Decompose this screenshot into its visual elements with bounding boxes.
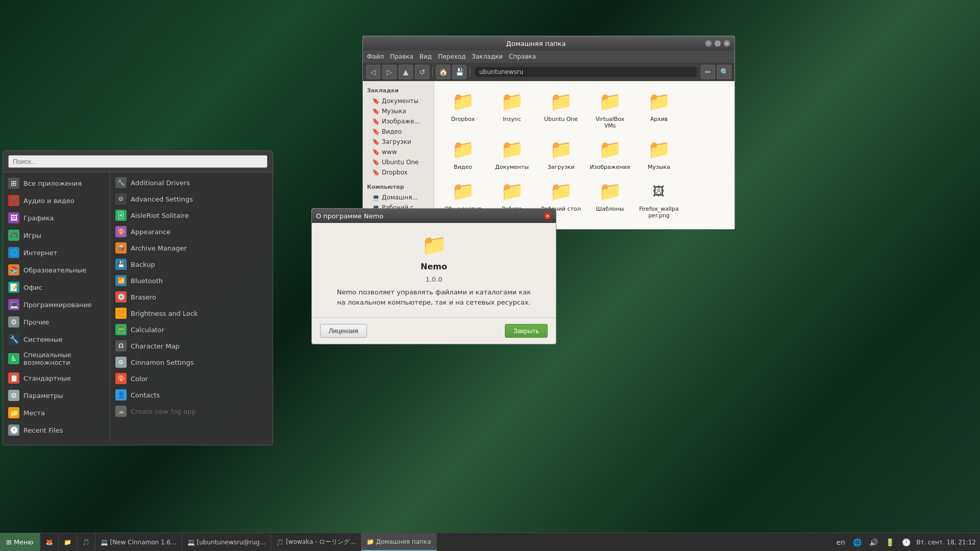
menu-cat-programming[interactable]: 💻 Программирование xyxy=(3,296,110,313)
app-advanced-settings[interactable]: ⚙ Advanced Settings xyxy=(110,191,273,207)
sidebar-video[interactable]: 🔖Видео xyxy=(363,127,434,137)
file-images[interactable]: 📁 Изображения xyxy=(587,135,632,172)
maximize-button[interactable]: □ xyxy=(714,40,721,47)
menu-cat-other[interactable]: ⚙ Прочие xyxy=(3,313,110,331)
search-button[interactable]: 🔍 xyxy=(717,65,731,79)
keyboard-layout-button[interactable]: en xyxy=(835,536,847,548)
file-manager-title: Домашняя папка xyxy=(367,40,705,47)
sidebar-dropbox[interactable]: 🔖Dropbox xyxy=(363,167,434,178)
sidebar-ubuntu-one[interactable]: 🔖Ubuntu One xyxy=(363,157,434,167)
app-color[interactable]: 🎨 Color xyxy=(110,370,273,387)
taskbar-app-cinnamon[interactable]: 💻 [New Cinnamon 1.6... xyxy=(95,533,182,551)
file-firefox-wallpaper[interactable]: 🖼 Firefox_wallpaper.png xyxy=(636,177,681,221)
additional-drivers-icon: 🔧 xyxy=(115,177,127,188)
menu-cat-office[interactable]: 📝 Офис xyxy=(3,279,110,296)
folder-downloads-icon: 📁 xyxy=(549,137,573,162)
location-bar[interactable]: ubuntunewsru xyxy=(475,67,697,77)
menu-bookmarks[interactable]: Закладки xyxy=(472,53,503,60)
app-aisleriot[interactable]: 🃏 AisleRiot Solitaire xyxy=(110,207,273,223)
menu-cat-graphics[interactable]: 🖼 Графика xyxy=(3,209,110,227)
taskbar-app-media-player[interactable]: 🎵 [wowaka - ローリング... xyxy=(271,533,361,551)
file-archive[interactable]: 📁 Архив xyxy=(636,87,681,131)
file-video[interactable]: 📁 Видео xyxy=(440,135,485,172)
file-vbox[interactable]: 📁 VirtualBox VMs xyxy=(587,87,632,131)
reload-button[interactable]: ↺ xyxy=(415,65,429,79)
menu-view[interactable]: Вид xyxy=(420,53,432,60)
menu-cat-places[interactable]: 📁 Места xyxy=(3,404,110,421)
bluetooth-icon: 📶 xyxy=(115,275,127,286)
file-ubuntu-one[interactable]: 📁 Ubuntu One xyxy=(538,87,583,131)
menu-go[interactable]: Переход xyxy=(438,53,465,60)
app-brasero[interactable]: 💿 Brasero xyxy=(110,289,273,305)
color-icon: 🎨 xyxy=(115,373,127,384)
file-documents[interactable]: 📁 Документы xyxy=(489,135,534,172)
app-additional-drivers[interactable]: 🔧 Additional Drivers xyxy=(110,174,273,191)
menu-cat-recent[interactable]: 🕐 Recent Files xyxy=(3,421,110,439)
file-downloads[interactable]: 📁 Загрузки xyxy=(538,135,583,172)
app-contacts[interactable]: 👤 Contacts xyxy=(110,387,273,403)
sidebar-home[interactable]: 💻Домашня... xyxy=(363,192,434,203)
taskbar-app-home-folder[interactable]: 📁 Домашняя папка xyxy=(361,533,437,551)
file-templates[interactable]: 📁 Шаблоны xyxy=(587,177,632,221)
file-manager-content: Закладки 🔖Документы 🔖Музыка 🔖Изображе...… xyxy=(363,81,734,229)
minimize-button[interactable]: ─ xyxy=(705,40,712,47)
folder-music-icon: 📁 xyxy=(647,137,671,162)
other-icon: ⚙ xyxy=(8,316,19,328)
datetime-label: Вт. сент. 18, 21:12 xyxy=(916,539,976,546)
taskbar-app-music[interactable]: 🎵 xyxy=(77,533,95,551)
taskbar-app-firefox[interactable]: 🦊 xyxy=(40,533,59,551)
network-icon[interactable]: 🌐 xyxy=(851,536,863,548)
image-file-icon: 🖼 xyxy=(647,179,671,204)
folder-desktop-icon: 📁 xyxy=(549,179,573,204)
menu-cat-all[interactable]: ⊞ Все приложения xyxy=(3,174,110,192)
taskbar-menu-button[interactable]: ⊞ Меню xyxy=(0,533,40,551)
app-create-fog[interactable]: ☁ Create new fog app xyxy=(110,403,273,419)
file-music[interactable]: 📁 Музыка xyxy=(636,135,681,172)
media-button[interactable]: 💾 xyxy=(452,65,467,79)
menu-file[interactable]: Файл xyxy=(367,53,384,60)
menu-search-input[interactable] xyxy=(8,155,267,168)
app-backup[interactable]: 💾 Backup xyxy=(110,256,273,272)
about-close-button[interactable]: ✕ xyxy=(544,212,552,220)
sidebar-www[interactable]: 🔖www xyxy=(363,147,434,157)
menu-cat-accessibility[interactable]: ♿ Специальные возможности xyxy=(3,348,110,369)
license-button[interactable]: Лицензия xyxy=(320,324,367,338)
sidebar-downloads[interactable]: 🔖Загрузки xyxy=(363,137,434,147)
home-icon: 💻 xyxy=(372,194,380,201)
home-button[interactable]: 🏠 xyxy=(436,65,450,79)
close-dialog-button[interactable]: Закрыть xyxy=(505,324,548,338)
sidebar-images[interactable]: 🔖Изображе... xyxy=(363,116,434,127)
menu-cat-settings[interactable]: ⚙ Параметры xyxy=(3,387,110,404)
edit-button[interactable]: ✏ xyxy=(701,65,715,79)
forward-button[interactable]: ▷ xyxy=(382,65,397,79)
sidebar-music[interactable]: 🔖Музыка xyxy=(363,106,434,116)
menu-cat-standard[interactable]: 📋 Стандартные xyxy=(3,369,110,387)
menu-cat-internet[interactable]: 🌐 Интернет xyxy=(3,244,110,261)
firefox-icon: 🦊 xyxy=(45,539,53,546)
close-button[interactable]: × xyxy=(723,40,730,47)
about-description: Nemo позволяет управлять файлами и катал… xyxy=(322,287,546,307)
app-cinnamon-settings[interactable]: ⚙ Cinnamon Settings xyxy=(110,354,273,370)
menu-cat-audio-video[interactable]: 🎵 Аудио и видео xyxy=(3,192,110,209)
taskbar-app-terminal[interactable]: 💻 [ubuntunewsru@rug... xyxy=(182,533,272,551)
up-button[interactable]: ▲ xyxy=(399,65,413,79)
menu-cat-system[interactable]: 🔧 Системные xyxy=(3,331,110,348)
file-manager-menubar: Файл Правка Вид Переход Закладки Справка xyxy=(363,51,734,63)
volume-icon[interactable]: 🔊 xyxy=(867,536,879,548)
menu-cat-games[interactable]: 🎮 Игры xyxy=(3,227,110,244)
taskbar-app-files[interactable]: 📁 xyxy=(59,533,77,551)
battery-icon[interactable]: 🔋 xyxy=(884,536,896,548)
file-dropbox[interactable]: 📁 Dropbox xyxy=(440,87,485,131)
app-bluetooth[interactable]: 📶 Bluetooth xyxy=(110,272,273,289)
app-brightness-lock[interactable]: 🔅 Brightness and Lock xyxy=(110,305,273,321)
menu-edit[interactable]: Правка xyxy=(390,53,413,60)
menu-help[interactable]: Справка xyxy=(509,53,536,60)
app-calculator[interactable]: 🧮 Calculator xyxy=(110,321,273,338)
file-insync[interactable]: 📁 Insync xyxy=(489,87,534,131)
back-button[interactable]: ◁ xyxy=(366,65,380,79)
menu-cat-education[interactable]: 📚 Образовательные xyxy=(3,261,110,279)
app-archive-manager[interactable]: 📦 Archive Manager xyxy=(110,240,273,256)
app-appearance[interactable]: 🎨 Appearance xyxy=(110,223,273,240)
sidebar-documents[interactable]: 🔖Документы xyxy=(363,96,434,106)
app-character-map[interactable]: Ω Character Map xyxy=(110,338,273,354)
